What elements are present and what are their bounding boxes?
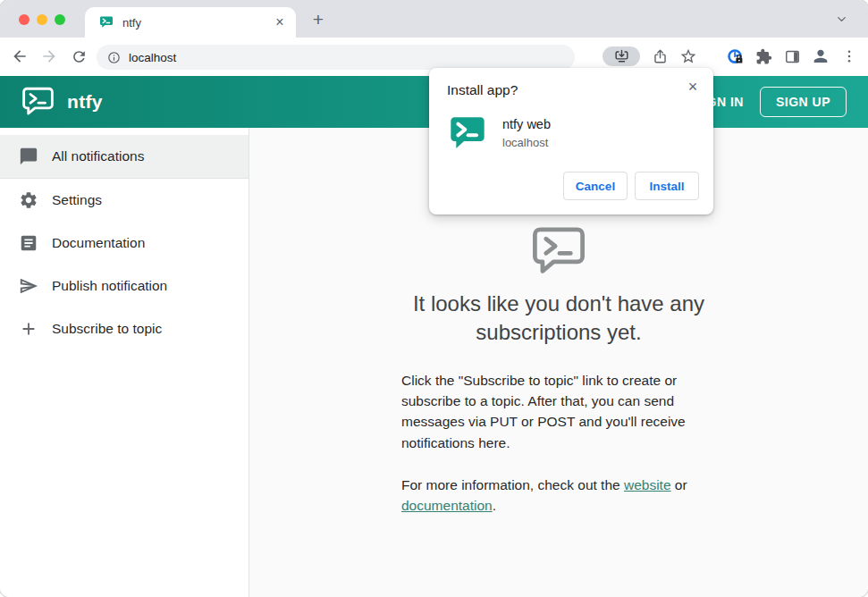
- gear-icon: [19, 190, 38, 210]
- window-controls: [19, 14, 65, 25]
- window-close-button[interactable]: [19, 14, 29, 25]
- tab-search-chevron-icon[interactable]: [835, 13, 848, 26]
- article-icon: [19, 233, 38, 253]
- documentation-link[interactable]: documentation: [401, 498, 493, 513]
- ntfy-terminal-logo-icon: [531, 226, 586, 277]
- dialog-app-icon: [448, 116, 487, 152]
- sign-up-button[interactable]: SIGN UP: [760, 87, 847, 117]
- sidebar-item-label: All notifications: [52, 148, 144, 164]
- sidebar-item-label: Publish notification: [52, 278, 167, 294]
- side-panel-button[interactable]: [780, 44, 805, 69]
- empty-state-paragraph: Click the "Subscribe to topic" link to c…: [401, 370, 716, 453]
- install-app-dialog: × Install app? ntfy web localhost Cancel…: [429, 68, 713, 214]
- tab-close-button[interactable]: ×: [272, 14, 288, 30]
- dialog-close-icon[interactable]: ×: [684, 78, 702, 96]
- sidebar-item-settings[interactable]: Settings: [0, 179, 249, 222]
- tab-strip: ntfy × +: [0, 0, 868, 38]
- website-link[interactable]: website: [624, 477, 671, 492]
- paragraph-text: For more information, check out the: [401, 477, 624, 492]
- install-button[interactable]: Install: [635, 172, 699, 200]
- reload-button[interactable]: [66, 44, 91, 69]
- dialog-app-name: ntfy web: [502, 117, 551, 131]
- paragraph-text: or: [671, 477, 687, 492]
- new-tab-button[interactable]: +: [308, 9, 329, 30]
- sidebar: All notifications Settings Documentation: [0, 128, 249, 597]
- chat-bubble-icon: [19, 147, 38, 166]
- sidebar-item-publish-notification[interactable]: Publish notification: [0, 265, 249, 307]
- dialog-app-origin: localhost: [502, 136, 551, 149]
- sidebar-item-label: Settings: [52, 192, 102, 208]
- install-app-button[interactable]: [603, 46, 640, 66]
- cancel-button[interactable]: Cancel: [563, 172, 628, 200]
- forward-button[interactable]: [37, 44, 62, 69]
- browser-tab[interactable]: ntfy ×: [85, 7, 296, 38]
- url-text: localhost: [129, 51, 176, 64]
- plus-icon: [19, 319, 38, 339]
- tab-favicon-icon: [99, 15, 114, 29]
- send-icon: [19, 276, 38, 296]
- bookmark-star-button[interactable]: [676, 44, 701, 69]
- browser-window: ntfy × + localhost: [0, 0, 868, 597]
- profile-avatar-button[interactable]: [808, 44, 833, 69]
- back-button[interactable]: [7, 44, 32, 69]
- sidebar-item-all-notifications[interactable]: All notifications: [0, 135, 249, 179]
- sidebar-item-label: Documentation: [52, 235, 145, 251]
- site-info-icon[interactable]: [107, 51, 121, 64]
- empty-state-paragraph: For more information, check out the webs…: [401, 475, 716, 517]
- sidebar-item-subscribe-to-topic[interactable]: Subscribe to topic: [0, 307, 249, 350]
- share-button[interactable]: [647, 44, 672, 69]
- ntfy-logo-icon: [21, 87, 55, 117]
- window-minimize-button[interactable]: [37, 14, 47, 25]
- app-title: ntfy: [67, 91, 103, 113]
- empty-state-text: Click the "Subscribe to topic" link to c…: [401, 370, 716, 517]
- browser-menu-button[interactable]: [837, 44, 862, 69]
- privacy-lock-extension-icon[interactable]: [722, 44, 747, 69]
- window-maximize-button[interactable]: [55, 14, 65, 25]
- extensions-puzzle-button[interactable]: [751, 44, 776, 69]
- tab-title: ntfy: [122, 16, 272, 29]
- sidebar-item-documentation[interactable]: Documentation: [0, 222, 249, 265]
- dialog-title: Install app?: [447, 82, 695, 98]
- address-bar[interactable]: localhost: [97, 45, 575, 70]
- empty-state-title: It looks like you don't have any subscri…: [371, 290, 746, 347]
- sidebar-item-label: Subscribe to topic: [52, 321, 162, 337]
- paragraph-text: .: [493, 498, 496, 513]
